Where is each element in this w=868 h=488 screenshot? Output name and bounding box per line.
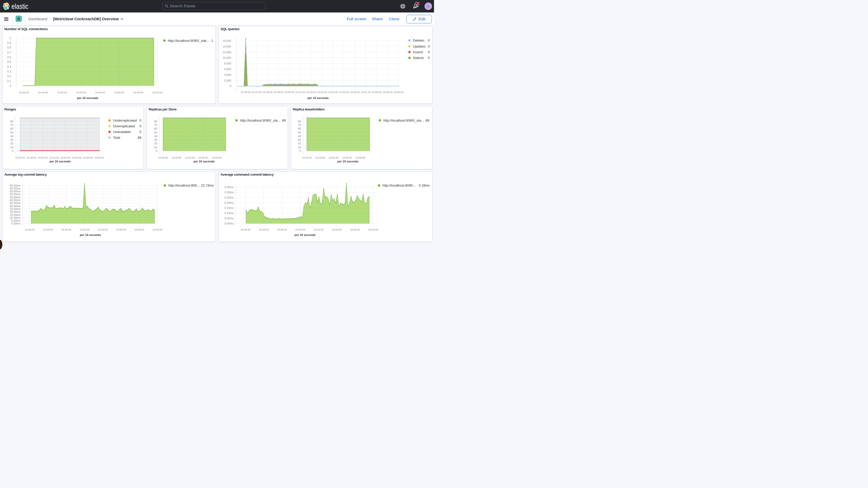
svg-text:89: 89: [282, 118, 286, 122]
svg-text:0: 0: [156, 149, 157, 152]
svg-text:per 10 seconds: per 10 seconds: [194, 159, 215, 163]
svg-text:89: 89: [426, 118, 429, 122]
svg-text:Deletes: Deletes: [413, 38, 425, 42]
svg-text:15:56:00: 15:56:00: [350, 91, 360, 94]
svg-text:10: 10: [154, 146, 157, 149]
svg-text:15:52:00: 15:52:00: [306, 91, 316, 94]
svg-text:Selects: Selects: [413, 56, 424, 60]
svg-text:0.05ms: 0.05ms: [224, 217, 234, 220]
svg-text:0: 0: [139, 130, 141, 134]
svg-text:15:48:00: 15:48:00: [43, 228, 53, 231]
svg-text:15:48:00: 15:48:00: [38, 91, 48, 94]
svg-text:70: 70: [298, 123, 301, 126]
svg-text:Total: Total: [113, 135, 120, 140]
svg-text:50: 50: [298, 131, 301, 134]
svg-text:per 10 seconds: per 10 seconds: [77, 96, 98, 99]
svg-text:70: 70: [10, 123, 13, 126]
svg-text:15:54:00: 15:54:00: [98, 228, 108, 231]
svg-text:22.74ms: 22.74ms: [201, 183, 214, 187]
svg-text:15:50:00: 15:50:00: [277, 228, 287, 231]
svg-text:15:54:00: 15:54:00: [95, 91, 105, 94]
svg-text:0.35ms: 0.35ms: [224, 186, 234, 189]
svg-text:15:50:00: 15:50:00: [57, 91, 67, 94]
svg-text:55.00ms: 55.00ms: [10, 190, 21, 193]
svg-text:0: 0: [299, 149, 301, 152]
svg-text:2,000: 2,000: [224, 79, 231, 82]
svg-text:Average command commit latency: Average command commit latency: [220, 173, 274, 177]
svg-text:45.00ms: 45.00ms: [10, 196, 21, 199]
svg-text:15:50:00: 15:50:00: [61, 228, 71, 231]
svg-text:16:00:00: 16:00:00: [394, 91, 404, 94]
svg-text:15:53:00: 15:53:00: [317, 91, 327, 94]
svg-text:30: 30: [298, 138, 301, 141]
svg-text:15:56:00: 15:56:00: [332, 228, 342, 231]
svg-text:Replica leaseholders: Replica leaseholders: [293, 107, 324, 111]
svg-text:elastic: elastic: [11, 2, 28, 10]
svg-text:15:46:00: 15:46:00: [302, 156, 312, 159]
svg-text:25.00ms: 25.00ms: [10, 207, 21, 211]
svg-text:0.7: 0.7: [7, 51, 11, 54]
svg-text:0.4: 0.4: [7, 65, 11, 68]
svg-text:16:00:00: 16:00:00: [368, 228, 378, 231]
svg-text:15:48:00: 15:48:00: [26, 156, 36, 159]
svg-text:15:46:00: 15:46:00: [240, 228, 250, 231]
svg-text:50.00ms: 50.00ms: [10, 192, 21, 196]
svg-text:60: 60: [154, 127, 157, 130]
svg-text:0.00ms: 0.00ms: [11, 222, 21, 225]
svg-text:40: 40: [154, 134, 157, 138]
svg-text:30: 30: [10, 138, 13, 141]
svg-text:per 10 seconds: per 10 seconds: [307, 96, 329, 99]
svg-text:60: 60: [298, 127, 301, 130]
svg-text:30: 30: [154, 138, 157, 141]
svg-text:15:46:00: 15:46:00: [158, 156, 168, 159]
svg-text:50: 50: [10, 131, 13, 134]
svg-text:15:58:00: 15:58:00: [83, 156, 93, 159]
svg-text:16:00:00: 16:00:00: [152, 228, 162, 231]
svg-text:10: 10: [10, 146, 13, 149]
svg-text:per 10 seconds: per 10 seconds: [294, 233, 315, 237]
svg-text:15:46:00: 15:46:00: [25, 228, 35, 231]
svg-text:12,000: 12,000: [222, 51, 231, 54]
svg-text:0.9: 0.9: [7, 41, 11, 44]
svg-text:20.00ms: 20.00ms: [10, 210, 21, 213]
svg-text:15:57:00: 15:57:00: [361, 91, 371, 94]
svg-text:http://localhost:8080...: http://localhost:8080...: [382, 183, 415, 187]
svg-text:15:58:00: 15:58:00: [350, 228, 360, 231]
svg-text:1: 1: [9, 36, 11, 39]
svg-text:15:52:00: 15:52:00: [76, 91, 86, 94]
svg-text:15:58:00: 15:58:00: [133, 91, 143, 94]
svg-text:15:58:00: 15:58:00: [212, 156, 222, 159]
svg-text:89: 89: [137, 135, 141, 140]
svg-text:10.00ms: 10.00ms: [10, 216, 21, 219]
svg-text:80: 80: [10, 120, 13, 123]
svg-text:Ranges: Ranges: [4, 107, 16, 111]
svg-text:15:52:00: 15:52:00: [295, 228, 305, 231]
svg-text:15:50:00: 15:50:00: [284, 91, 294, 94]
svg-text:15:58:00: 15:58:00: [134, 228, 144, 231]
svg-text:0.2: 0.2: [7, 74, 11, 78]
svg-text:30.00ms: 30.00ms: [10, 205, 21, 208]
svg-text:40: 40: [298, 134, 301, 138]
svg-text:0: 0: [428, 56, 430, 60]
svg-text:15.00ms: 15.00ms: [10, 213, 21, 216]
svg-text:80: 80: [154, 120, 157, 123]
svg-text:16:00:00: 16:00:00: [94, 156, 104, 159]
svg-text:15:50:00: 15:50:00: [38, 156, 48, 159]
svg-text:0.25ms: 0.25ms: [224, 196, 234, 199]
svg-text:0: 0: [139, 119, 141, 122]
svg-text:15:48:00: 15:48:00: [258, 228, 269, 231]
svg-text:http://localhost:8080/_sta...: http://localhost:8080/_sta...: [383, 118, 424, 122]
svg-text:r: r: [428, 4, 429, 8]
svg-text:10: 10: [298, 146, 301, 149]
svg-text:0.6: 0.6: [7, 55, 11, 58]
svg-text:Number of SQL connections: Number of SQL connections: [4, 27, 48, 31]
svg-text:15:54:00: 15:54:00: [313, 228, 323, 231]
svg-text:20: 20: [298, 142, 301, 145]
svg-text:15:54:00: 15:54:00: [328, 91, 338, 94]
svg-text:15:49:00: 15:49:00: [172, 156, 182, 159]
svg-text:15:56:00: 15:56:00: [71, 156, 82, 159]
svg-text:8,000: 8,000: [224, 62, 231, 65]
svg-text:0: 0: [229, 85, 231, 88]
svg-text:15:49:00: 15:49:00: [273, 91, 283, 94]
svg-text:Average log commit latency: Average log commit latency: [4, 173, 47, 177]
